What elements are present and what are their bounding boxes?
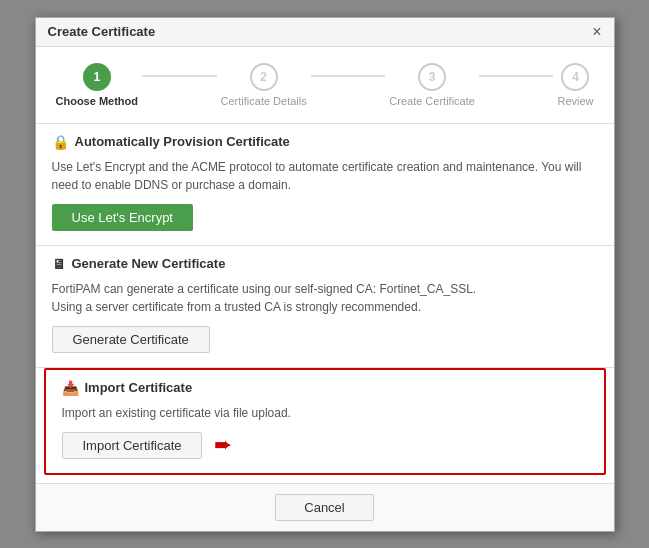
- auto-provision-section: 🔒 Automatically Provision Certificate Us…: [36, 124, 614, 246]
- stepper: 1 Choose Method 2 Certificate Details 3 …: [36, 47, 614, 124]
- import-desc: Import an existing certificate via file …: [62, 404, 588, 422]
- generate-title: 🖥 Generate New Certificate: [52, 256, 598, 272]
- step-line-2: [311, 75, 386, 77]
- step-line-3: [479, 75, 554, 77]
- generate-icon: 🖥: [52, 256, 66, 272]
- import-section: 📥 Import Certificate Import an existing …: [44, 368, 606, 475]
- import-icon: 📥: [62, 380, 79, 396]
- generate-certificate-button[interactable]: Generate Certificate: [52, 326, 210, 353]
- step-1: 1 Choose Method: [56, 63, 139, 107]
- auto-provision-icon: 🔒: [52, 134, 69, 150]
- step-1-circle: 1: [83, 63, 111, 91]
- use-lets-encrypt-button[interactable]: Use Let's Encrypt: [52, 204, 193, 231]
- close-button[interactable]: ×: [592, 24, 601, 40]
- generate-desc: FortiPAM can generate a certificate usin…: [52, 280, 598, 316]
- step-4-circle: 4: [561, 63, 589, 91]
- step-3-label: Create Certificate: [389, 95, 475, 107]
- import-button-row: Import Certificate ➨: [62, 432, 588, 459]
- auto-provision-desc: Use Let's Encrypt and the ACME protocol …: [52, 158, 598, 194]
- step-3-circle: 3: [418, 63, 446, 91]
- auto-provision-title: 🔒 Automatically Provision Certificate: [52, 134, 598, 150]
- step-line-1: [142, 75, 217, 77]
- step-4-label: Review: [557, 95, 593, 107]
- step-4: 4 Review: [557, 63, 593, 107]
- arrow-indicator: ➨: [214, 432, 232, 458]
- step-1-label: Choose Method: [56, 95, 139, 107]
- import-title: 📥 Import Certificate: [62, 380, 588, 396]
- step-2-circle: 2: [250, 63, 278, 91]
- dialog-header: Create Certificate ×: [36, 18, 614, 47]
- dialog-title: Create Certificate: [48, 24, 156, 39]
- cancel-button[interactable]: Cancel: [275, 494, 373, 521]
- step-3: 3 Create Certificate: [389, 63, 475, 107]
- dialog-footer: Cancel: [36, 483, 614, 531]
- import-certificate-button[interactable]: Import Certificate: [62, 432, 203, 459]
- generate-section: 🖥 Generate New Certificate FortiPAM can …: [36, 246, 614, 368]
- step-2: 2 Certificate Details: [221, 63, 307, 107]
- step-2-label: Certificate Details: [221, 95, 307, 107]
- create-certificate-dialog: Create Certificate × 1 Choose Method 2 C…: [35, 17, 615, 532]
- dialog-body: 1 Choose Method 2 Certificate Details 3 …: [36, 47, 614, 483]
